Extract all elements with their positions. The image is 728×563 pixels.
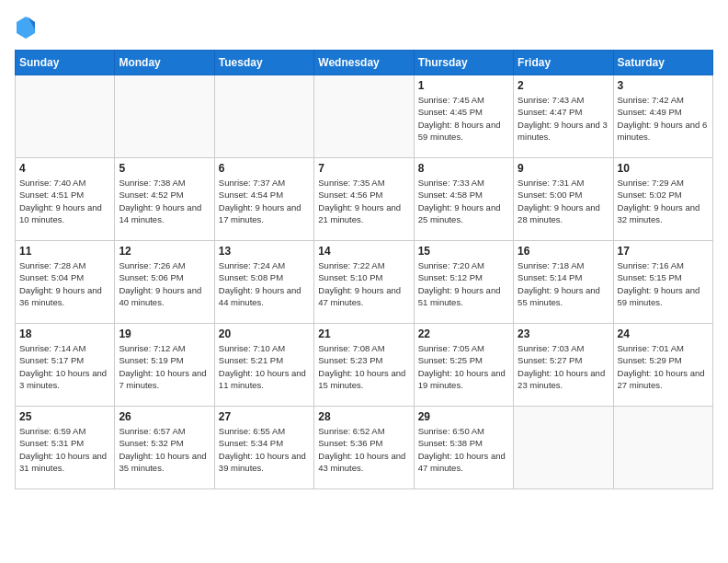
day-cell xyxy=(115,75,214,158)
day-number: 19 xyxy=(119,327,210,340)
day-number: 17 xyxy=(618,245,709,258)
day-info: Sunrise: 7:10 AMSunset: 5:21 PMDaylight:… xyxy=(219,342,310,391)
day-cell: 15Sunrise: 7:20 AMSunset: 5:12 PMDayligh… xyxy=(414,241,513,324)
day-number: 27 xyxy=(219,410,310,423)
week-row-3: 18Sunrise: 7:14 AMSunset: 5:17 PMDayligh… xyxy=(16,324,713,407)
week-row-0: 1Sunrise: 7:45 AMSunset: 4:45 PMDaylight… xyxy=(16,75,713,158)
day-number: 13 xyxy=(219,245,310,258)
day-number: 7 xyxy=(318,162,409,175)
day-number: 24 xyxy=(618,327,709,340)
day-number: 11 xyxy=(19,245,110,258)
weekday-header-friday: Friday xyxy=(514,51,613,75)
day-info: Sunrise: 7:29 AMSunset: 5:02 PMDaylight:… xyxy=(618,177,709,225)
day-info: Sunrise: 7:33 AMSunset: 4:58 PMDaylight:… xyxy=(418,177,509,225)
day-number: 4 xyxy=(19,162,110,175)
day-number: 20 xyxy=(219,327,310,340)
day-cell xyxy=(214,75,313,158)
day-info: Sunrise: 7:12 AMSunset: 5:19 PMDaylight:… xyxy=(119,342,210,391)
day-info: Sunrise: 7:45 AMSunset: 4:45 PMDaylight:… xyxy=(418,94,509,143)
day-cell: 26Sunrise: 6:57 AMSunset: 5:32 PMDayligh… xyxy=(115,407,214,489)
day-cell: 9Sunrise: 7:31 AMSunset: 5:00 PMDaylight… xyxy=(514,158,613,241)
day-cell: 5Sunrise: 7:38 AMSunset: 4:52 PMDaylight… xyxy=(115,158,214,241)
day-cell xyxy=(16,75,115,158)
day-info: Sunrise: 6:57 AMSunset: 5:32 PMDaylight:… xyxy=(119,425,210,474)
day-cell: 7Sunrise: 7:35 AMSunset: 4:56 PMDaylight… xyxy=(314,158,414,241)
day-cell: 1Sunrise: 7:45 AMSunset: 4:45 PMDaylight… xyxy=(414,75,513,158)
day-info: Sunrise: 7:24 AMSunset: 5:08 PMDaylight:… xyxy=(219,259,310,308)
week-row-4: 25Sunrise: 6:59 AMSunset: 5:31 PMDayligh… xyxy=(16,407,713,489)
day-cell: 13Sunrise: 7:24 AMSunset: 5:08 PMDayligh… xyxy=(214,241,313,324)
day-number: 14 xyxy=(318,245,409,258)
weekday-header-sunday: Sunday xyxy=(16,51,115,75)
day-info: Sunrise: 7:35 AMSunset: 4:56 PMDaylight:… xyxy=(318,177,409,225)
day-info: Sunrise: 7:16 AMSunset: 5:15 PMDaylight:… xyxy=(618,259,709,308)
day-cell: 29Sunrise: 6:50 AMSunset: 5:38 PMDayligh… xyxy=(414,407,513,489)
day-cell xyxy=(314,75,414,158)
day-number: 2 xyxy=(518,79,609,92)
day-info: Sunrise: 7:03 AMSunset: 5:27 PMDaylight:… xyxy=(518,342,609,391)
day-number: 1 xyxy=(418,79,509,92)
day-cell: 27Sunrise: 6:55 AMSunset: 5:34 PMDayligh… xyxy=(214,407,313,489)
day-cell: 22Sunrise: 7:05 AMSunset: 5:25 PMDayligh… xyxy=(414,324,513,407)
day-info: Sunrise: 7:37 AMSunset: 4:54 PMDaylight:… xyxy=(219,177,310,225)
day-number: 8 xyxy=(418,162,509,175)
day-number: 3 xyxy=(618,79,709,92)
day-cell: 10Sunrise: 7:29 AMSunset: 5:02 PMDayligh… xyxy=(613,158,712,241)
week-row-2: 11Sunrise: 7:28 AMSunset: 5:04 PMDayligh… xyxy=(16,241,713,324)
logo-icon xyxy=(15,15,37,40)
day-cell: 4Sunrise: 7:40 AMSunset: 4:51 PMDaylight… xyxy=(16,158,115,241)
day-number: 12 xyxy=(119,245,210,258)
day-info: Sunrise: 6:59 AMSunset: 5:31 PMDaylight:… xyxy=(19,425,110,474)
day-number: 6 xyxy=(219,162,310,175)
day-cell: 11Sunrise: 7:28 AMSunset: 5:04 PMDayligh… xyxy=(16,241,115,324)
day-number: 9 xyxy=(518,162,609,175)
day-cell: 2Sunrise: 7:43 AMSunset: 4:47 PMDaylight… xyxy=(514,75,613,158)
day-info: Sunrise: 7:28 AMSunset: 5:04 PMDaylight:… xyxy=(19,259,110,308)
day-cell: 3Sunrise: 7:42 AMSunset: 4:49 PMDaylight… xyxy=(613,75,712,158)
day-info: Sunrise: 7:20 AMSunset: 5:12 PMDaylight:… xyxy=(418,259,509,308)
day-cell: 6Sunrise: 7:37 AMSunset: 4:54 PMDaylight… xyxy=(214,158,313,241)
weekday-header-thursday: Thursday xyxy=(414,51,513,75)
day-cell: 18Sunrise: 7:14 AMSunset: 5:17 PMDayligh… xyxy=(16,324,115,407)
day-cell: 17Sunrise: 7:16 AMSunset: 5:15 PMDayligh… xyxy=(613,241,712,324)
day-number: 15 xyxy=(418,245,509,258)
day-number: 10 xyxy=(618,162,709,175)
day-info: Sunrise: 6:50 AMSunset: 5:38 PMDaylight:… xyxy=(418,425,509,474)
day-info: Sunrise: 7:08 AMSunset: 5:23 PMDaylight:… xyxy=(318,342,409,391)
weekday-header-monday: Monday xyxy=(115,51,214,75)
calendar-table: SundayMondayTuesdayWednesdayThursdayFrid… xyxy=(15,50,713,489)
day-cell xyxy=(613,407,712,489)
day-number: 16 xyxy=(518,245,609,258)
day-number: 26 xyxy=(119,410,210,423)
day-info: Sunrise: 7:14 AMSunset: 5:17 PMDaylight:… xyxy=(19,342,110,391)
day-cell: 25Sunrise: 6:59 AMSunset: 5:31 PMDayligh… xyxy=(16,407,115,489)
weekday-header-row: SundayMondayTuesdayWednesdayThursdayFrid… xyxy=(16,51,713,75)
day-info: Sunrise: 7:43 AMSunset: 4:47 PMDaylight:… xyxy=(518,94,609,143)
day-cell: 19Sunrise: 7:12 AMSunset: 5:19 PMDayligh… xyxy=(115,324,214,407)
day-number: 21 xyxy=(318,327,409,340)
day-cell: 23Sunrise: 7:03 AMSunset: 5:27 PMDayligh… xyxy=(514,324,613,407)
logo xyxy=(15,15,40,40)
weekday-header-saturday: Saturday xyxy=(613,51,712,75)
day-cell: 28Sunrise: 6:52 AMSunset: 5:36 PMDayligh… xyxy=(314,407,414,489)
day-cell: 8Sunrise: 7:33 AMSunset: 4:58 PMDaylight… xyxy=(414,158,513,241)
day-number: 23 xyxy=(518,327,609,340)
day-number: 29 xyxy=(418,410,509,423)
weekday-header-wednesday: Wednesday xyxy=(314,51,414,75)
day-cell: 16Sunrise: 7:18 AMSunset: 5:14 PMDayligh… xyxy=(514,241,613,324)
day-info: Sunrise: 7:18 AMSunset: 5:14 PMDaylight:… xyxy=(518,259,609,308)
page-header xyxy=(15,15,713,40)
day-cell: 14Sunrise: 7:22 AMSunset: 5:10 PMDayligh… xyxy=(314,241,414,324)
day-number: 5 xyxy=(119,162,210,175)
day-info: Sunrise: 7:05 AMSunset: 5:25 PMDaylight:… xyxy=(418,342,509,391)
day-cell xyxy=(514,407,613,489)
day-number: 22 xyxy=(418,327,509,340)
day-info: Sunrise: 7:40 AMSunset: 4:51 PMDaylight:… xyxy=(19,177,110,225)
day-number: 18 xyxy=(19,327,110,340)
day-info: Sunrise: 6:52 AMSunset: 5:36 PMDaylight:… xyxy=(318,425,409,474)
day-info: Sunrise: 7:38 AMSunset: 4:52 PMDaylight:… xyxy=(119,177,210,225)
day-number: 25 xyxy=(19,410,110,423)
day-info: Sunrise: 7:31 AMSunset: 5:00 PMDaylight:… xyxy=(518,177,609,225)
day-info: Sunrise: 7:42 AMSunset: 4:49 PMDaylight:… xyxy=(618,94,709,143)
day-number: 28 xyxy=(318,410,409,423)
